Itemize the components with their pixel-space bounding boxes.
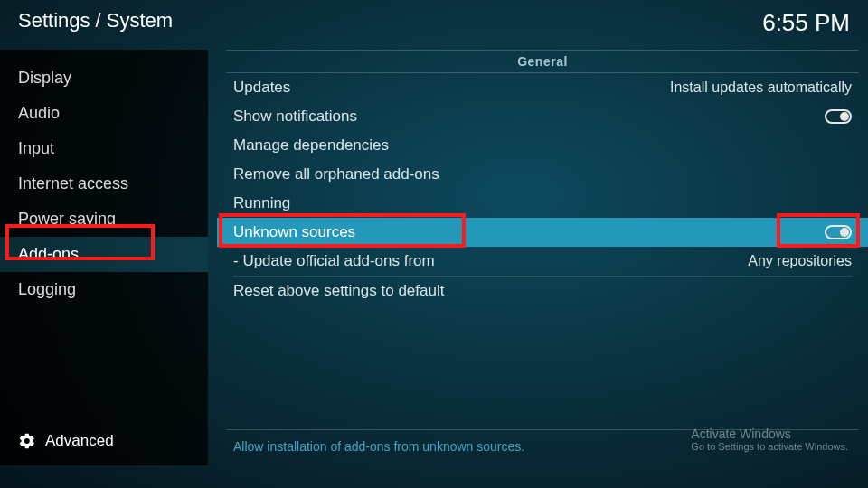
setting-remove-orphaned[interactable]: Remove all orphaned add-ons — [217, 160, 868, 189]
setting-description: Allow installation of add-ons from unkno… — [233, 439, 524, 454]
breadcrumb: Settings / System — [18, 9, 173, 33]
settings-level-button[interactable]: Advanced — [18, 432, 114, 450]
setting-manage-dependencies[interactable]: Manage dependencies — [217, 131, 868, 160]
setting-label: Running — [233, 194, 290, 212]
setting-label: Reset above settings to default — [233, 282, 444, 300]
gear-icon — [18, 432, 36, 450]
sidebar-item-input[interactable]: Input — [0, 131, 208, 166]
toggle-show-notifications[interactable] — [825, 109, 852, 124]
category-header: General — [217, 54, 868, 69]
setting-update-official-addons[interactable]: - Update official add-ons from Any repos… — [217, 247, 868, 276]
divider — [226, 50, 859, 51]
setting-show-notifications[interactable]: Show notifications — [217, 102, 868, 131]
sidebar-item-audio[interactable]: Audio — [0, 96, 208, 131]
setting-reset-defaults[interactable]: Reset above settings to default — [217, 277, 868, 305]
sidebar-item-add-ons[interactable]: Add-ons — [0, 237, 208, 272]
setting-label: - Update official add-ons from — [233, 252, 435, 270]
setting-label: Updates — [233, 79, 290, 97]
setting-label: Manage dependencies — [233, 136, 389, 155]
sidebar: Display Audio Input Internet access Powe… — [0, 50, 208, 465]
watermark-title: Activate Windows — [691, 427, 848, 441]
setting-updates[interactable]: Updates Install updates automatically — [217, 73, 868, 102]
sidebar-item-logging[interactable]: Logging — [0, 272, 208, 307]
toggle-unknown-sources[interactable] — [825, 225, 852, 239]
setting-value: Install updates automatically — [670, 80, 852, 96]
clock: 6:55 PM — [762, 9, 850, 37]
watermark-subtitle: Go to Settings to activate Windows. — [691, 441, 848, 452]
settings-level-label: Advanced — [45, 432, 114, 450]
content-panel: General Updates Install updates automati… — [217, 50, 868, 488]
setting-unknown-sources[interactable]: Unknown sources — [217, 218, 868, 247]
sidebar-item-internet-access[interactable]: Internet access — [0, 166, 208, 202]
setting-label: Unknown sources — [233, 223, 355, 241]
sidebar-item-power-saving[interactable]: Power saving — [0, 202, 208, 237]
sidebar-item-display[interactable]: Display — [0, 61, 208, 96]
setting-label: Show notifications — [233, 108, 357, 126]
setting-value: Any repositories — [748, 253, 852, 269]
setting-running[interactable]: Running — [217, 189, 868, 218]
setting-label: Remove all orphaned add-ons — [233, 165, 439, 183]
windows-watermark: Activate Windows Go to Settings to activ… — [691, 427, 848, 452]
